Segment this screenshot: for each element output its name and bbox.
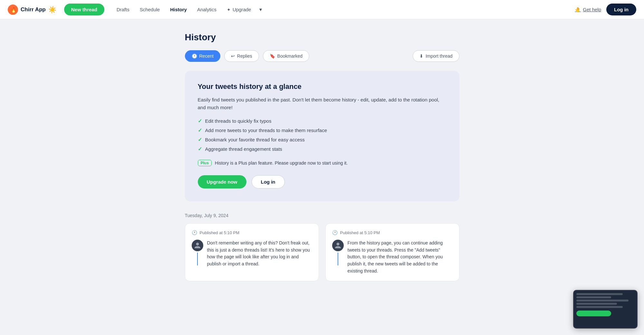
thread-line-1 [197,253,198,265]
preview-line-4 [576,303,617,305]
nav-links: Drafts Schedule History Analytics ✦ Upgr… [112,4,575,15]
nav-link-drafts[interactable]: Drafts [112,4,134,15]
promo-login-button[interactable]: Log in [252,175,285,188]
get-help-emoji: 🤚 [575,7,581,13]
feature-item-1: ✓ Edit threads to quickly fix typos [198,118,447,124]
page-content: History 🕐 Recent ↩ Replies 🔖 Bookmarked … [177,19,467,302]
check-icon-1: ✓ [198,118,202,124]
thread-card-2[interactable]: 🕐 Published at 5:10 PM From the history … [325,223,459,281]
filter-bar: 🕐 Recent ↩ Replies 🔖 Bookmarked ⬇ Import… [185,50,459,62]
thread-card-2-body: From the history page, you can continue … [332,240,453,274]
thread-card-1-body: Don't remember writing any of this? Don'… [192,240,312,268]
nav-more-button[interactable]: ▾ [257,5,264,14]
clock-icon-2: 🕐 [332,230,338,235]
feature-item-2: ✓ Add more tweets to your threads to mak… [198,127,447,133]
preview-green-button [576,311,611,316]
navbar: 🔥 Chirr App ☀️ New thread Drafts Schedul… [0,0,644,19]
feature-text-3: Bookmark your favorite thread for easy a… [205,137,305,142]
brand-sun-emoji: ☀️ [48,6,56,14]
import-thread-button[interactable]: ⬇ Import thread [413,50,459,62]
check-icon-2: ✓ [198,127,202,133]
brand-logo-icon: 🔥 [8,5,18,15]
bookmark-icon: 🔖 [270,53,275,59]
preview-line-1 [576,293,623,295]
upgrade-star-icon: ✦ [227,7,231,12]
avatar-2 [332,240,344,251]
thread-left-line-2 [332,240,344,265]
thread-card-1-header: 🕐 Published at 5:10 PM [192,230,312,235]
page-title: History [185,32,459,43]
svg-text:🔥: 🔥 [10,7,17,13]
plus-badge-row: Plus History is a Plus plan feature. Ple… [198,160,447,166]
filter-recent-label: Recent [199,53,214,59]
nav-link-schedule[interactable]: Schedule [135,4,165,15]
promo-card: Your tweets history at a glance Easily f… [185,71,459,201]
brand-name: Chirr App [21,6,46,13]
new-thread-button[interactable]: New thread [64,4,104,15]
import-icon: ⬇ [419,53,423,59]
nav-link-history[interactable]: History [166,4,191,15]
check-icon-4: ✓ [198,146,202,152]
preview-inner [574,291,637,319]
filter-bookmarked-button[interactable]: 🔖 Bookmarked [263,50,310,62]
nav-link-upgrade-label: Upgrade [233,7,251,12]
published-time-1: Published at 5:10 PM [200,230,240,235]
check-icon-3: ✓ [198,137,202,143]
navbar-right: 🤚 Get help Log in [575,4,636,15]
feature-text-2: Add more tweets to your threads to make … [205,128,327,133]
nav-link-analytics[interactable]: Analytics [193,4,221,15]
filter-replies-label: Replies [237,53,252,59]
clock-icon-1: 🕐 [192,230,197,235]
import-thread-label: Import thread [426,53,452,59]
promo-actions: Upgrade now Log in [198,175,447,188]
published-time-2: Published at 5:10 PM [340,230,380,235]
thread-card-1[interactable]: 🕐 Published at 5:10 PM Don't remember wr… [185,223,319,281]
brand: 🔥 Chirr App ☀️ [8,5,56,15]
upgrade-now-button[interactable]: Upgrade now [198,175,246,188]
thread-text-2: From the history page, you can continue … [348,240,453,274]
feature-text-4: Aggregate thread engagement stats [205,146,282,152]
preview-line-3 [576,300,629,302]
promo-heading: Your tweets history at a glance [198,82,447,91]
replies-icon: ↩ [231,53,235,59]
preview-line-5 [576,306,623,308]
thread-line-2 [338,253,338,265]
login-button[interactable]: Log in [606,4,636,15]
plus-text: History is a Plus plan feature. Please u… [215,160,348,166]
filter-bookmarked-label: Bookmarked [277,53,303,59]
thread-text-1: Don't remember writing any of this? Don'… [207,240,312,268]
get-help-link[interactable]: 🤚 Get help [575,7,601,13]
preview-thumbnail [573,290,638,329]
feature-item-4: ✓ Aggregate thread engagement stats [198,146,447,152]
feature-list: ✓ Edit threads to quickly fix typos ✓ Ad… [198,118,447,152]
date-label: Tuesday, July 9, 2024 [185,213,459,218]
feature-item-3: ✓ Bookmark your favorite thread for easy… [198,137,447,143]
preview-line-2 [576,296,611,298]
get-help-label: Get help [583,7,601,12]
plus-badge: Plus [198,160,212,166]
nav-link-upgrade[interactable]: ✦ Upgrade [222,4,256,15]
recent-clock-icon: 🕐 [192,53,197,59]
filter-replies-button[interactable]: ↩ Replies [224,50,259,62]
thread-card-2-header: 🕐 Published at 5:10 PM [332,230,453,235]
avatar-1 [192,240,203,251]
feature-text-1: Edit threads to quickly fix typos [205,118,272,124]
promo-description: Easily find tweets you published in the … [198,96,447,111]
date-section: Tuesday, July 9, 2024 🕐 Published at 5:1… [185,213,459,281]
thread-left-line-1 [192,240,203,265]
filter-recent-button[interactable]: 🕐 Recent [185,50,220,62]
threads-grid: 🕐 Published at 5:10 PM Don't remember wr… [185,223,459,281]
